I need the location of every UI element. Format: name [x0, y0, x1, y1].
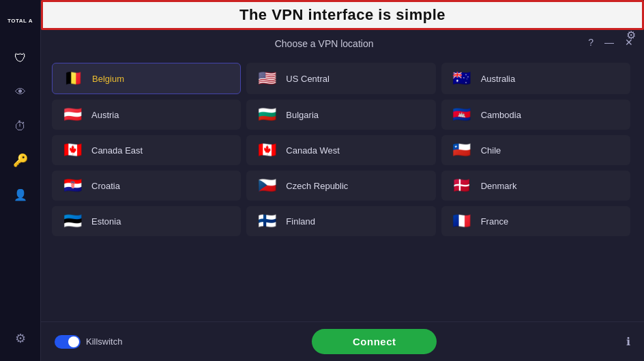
- location-name-denmark: Denmark: [481, 181, 517, 191]
- location-item-denmark[interactable]: 🇩🇰Denmark: [441, 171, 630, 201]
- flag-finland: 🇫🇮: [254, 213, 279, 229]
- annotation-text: The VPN interface is simple: [239, 6, 445, 23]
- sidebar: TOTAL A 🛡 👁 ⏱ 🔑 👤 ⚙: [0, 0, 41, 361]
- info-icon[interactable]: ℹ: [626, 335, 630, 348]
- location-grid-wrapper: 🇧🇪Belgium🇺🇸US Central🇦🇺Australia🇦🇹Austri…: [41, 57, 641, 321]
- location-item-canada-west[interactable]: 🇨🇦Canada West: [246, 135, 435, 165]
- flag-austria: 🇦🇹: [60, 106, 85, 123]
- killswitch-label: Killswitch: [86, 336, 122, 347]
- location-item-bulgaria[interactable]: 🇧🇬Bulgaria: [246, 100, 435, 130]
- flag-bulgaria: 🇧🇬: [254, 106, 279, 123]
- flag-canada-east: 🇨🇦: [60, 142, 85, 158]
- location-name-czech-republic: Czech Republic: [286, 181, 348, 191]
- flag-cambodia: 🇰🇭: [450, 106, 474, 123]
- location-name-australia: Australia: [481, 74, 516, 84]
- location-item-estonia[interactable]: 🇪🇪Estonia: [52, 206, 241, 236]
- location-name-belgium: Belgium: [92, 74, 124, 84]
- flag-croatia: 🇭🇷: [60, 177, 85, 194]
- location-name-france: France: [481, 216, 508, 227]
- fingerprint-icon: 👁: [15, 86, 26, 98]
- location-name-croatia: Croatia: [91, 181, 120, 191]
- sidebar-item-account[interactable]: 👤: [6, 180, 35, 209]
- location-item-cambodia[interactable]: 🇰🇭Cambodia: [441, 100, 630, 130]
- location-item-chile[interactable]: 🇨🇱Chile: [441, 135, 630, 165]
- flag-belgium: 🇧🇪: [61, 70, 85, 87]
- location-name-us-central: US Central: [286, 74, 330, 84]
- sidebar-item-vpn[interactable]: 🛡: [6, 44, 35, 72]
- annotation-banner: The VPN interface is simple: [41, 0, 644, 30]
- location-name-estonia: Estonia: [91, 216, 121, 227]
- flag-australia: 🇦🇺: [450, 70, 474, 87]
- location-name-canada-east: Canada East: [91, 145, 143, 156]
- sidebar-item-settings[interactable]: ⚙: [6, 324, 35, 353]
- location-item-canada-east[interactable]: 🇨🇦Canada East: [52, 135, 241, 165]
- bottom-bar: Killswitch Connect ℹ: [41, 321, 644, 361]
- key-icon: 🔑: [13, 153, 28, 168]
- sidebar-item-keys[interactable]: 🔑: [6, 146, 35, 175]
- location-item-austria[interactable]: 🇦🇹Austria: [52, 100, 241, 130]
- location-name-cambodia: Cambodia: [481, 110, 521, 120]
- sidebar-item-speed[interactable]: ⏱: [6, 112, 35, 141]
- location-item-czech-republic[interactable]: 🇨🇿Czech Republic: [246, 171, 435, 201]
- location-item-belgium[interactable]: 🇧🇪Belgium: [52, 63, 241, 94]
- flag-denmark: 🇩🇰: [450, 177, 474, 194]
- flag-czech-republic: 🇨🇿: [254, 177, 279, 194]
- flag-estonia: 🇪🇪: [60, 213, 85, 229]
- flag-chile: 🇨🇱: [450, 142, 474, 158]
- killswitch-toggle[interactable]: [55, 335, 80, 349]
- logo-text: TOTAL A: [8, 18, 33, 24]
- flag-us-central: 🇺🇸: [254, 70, 279, 87]
- user-icon: 👤: [14, 188, 27, 201]
- location-item-croatia[interactable]: 🇭🇷Croatia: [52, 171, 241, 201]
- location-item-us-central[interactable]: 🇺🇸US Central: [246, 63, 435, 94]
- sidebar-item-privacy[interactable]: 👁: [6, 78, 35, 106]
- settings-gear-icon[interactable]: ⚙: [626, 29, 636, 42]
- location-item-australia[interactable]: 🇦🇺Australia: [441, 63, 630, 94]
- location-name-finland: Finland: [286, 216, 315, 227]
- main-content: The VPN interface is simple Choose a VPN…: [41, 0, 644, 361]
- page-heading: Choose a VPN location: [275, 33, 374, 52]
- help-icon[interactable]: ?: [585, 35, 596, 49]
- app-logo: TOTAL A: [3, 8, 38, 33]
- location-name-chile: Chile: [481, 145, 501, 156]
- connect-button[interactable]: Connect: [312, 329, 437, 354]
- location-name-austria: Austria: [91, 110, 119, 120]
- flag-france: 🇫🇷: [450, 213, 474, 229]
- flag-canada-west: 🇨🇦: [254, 142, 279, 158]
- speed-icon: ⏱: [14, 119, 27, 134]
- toggle-knob: [68, 336, 79, 347]
- location-name-bulgaria: Bulgaria: [286, 110, 319, 120]
- gear-icon: ⚙: [15, 331, 26, 346]
- location-name-canada-west: Canada West: [286, 145, 340, 156]
- location-item-france[interactable]: 🇫🇷France: [441, 206, 630, 236]
- killswitch-group: Killswitch: [55, 335, 122, 349]
- minimize-icon[interactable]: —: [602, 35, 617, 49]
- location-grid: 🇧🇪Belgium🇺🇸US Central🇦🇺Australia🇦🇹Austri…: [52, 63, 630, 236]
- shield-icon: 🛡: [14, 51, 27, 66]
- location-item-finland[interactable]: 🇫🇮Finland: [246, 206, 435, 236]
